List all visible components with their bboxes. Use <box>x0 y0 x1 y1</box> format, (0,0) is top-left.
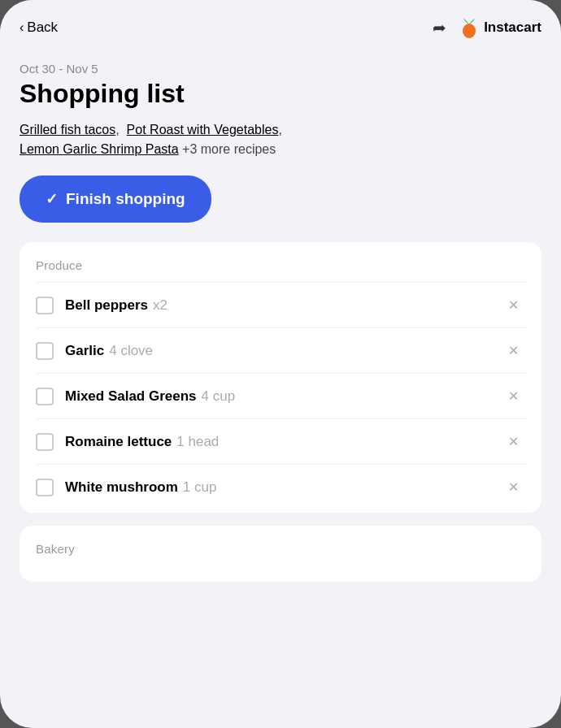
checkbox-romaine[interactable] <box>36 433 54 451</box>
list-item: Garlic 4 clove ✕ <box>36 327 525 373</box>
list-item: Bell peppers x2 ✕ <box>36 282 525 327</box>
item-qty-garlic: 4 clove <box>109 343 153 359</box>
finish-shopping-button[interactable]: ✓ Finish shopping <box>20 176 211 223</box>
checkbox-mixed-salad[interactable] <box>36 388 54 405</box>
recipe-list: Grilled fish tacos, Pot Roast with Veget… <box>20 120 541 159</box>
list-item: Mixed Salad Greens 4 cup ✕ <box>36 373 525 418</box>
item-name-romaine: Romaine lettuce <box>65 434 172 450</box>
checkmark-icon: ✓ <box>46 190 58 208</box>
bakery-section-title: Bakery <box>36 542 525 556</box>
produce-section: Produce Bell peppers x2 ✕ Garlic 4 clove… <box>20 242 541 513</box>
remove-garlic-button[interactable]: ✕ <box>502 340 525 362</box>
page-title: Shopping list <box>20 79 541 109</box>
item-qty-mixed-salad: 4 cup <box>202 388 236 405</box>
instacart-label: Instacart <box>484 20 541 36</box>
item-qty-mushroom: 1 cup <box>183 479 217 496</box>
item-qty-bell-peppers: x2 <box>153 297 167 314</box>
checkbox-garlic[interactable] <box>36 342 54 360</box>
remove-bell-peppers-button[interactable]: ✕ <box>502 294 525 316</box>
item-name-garlic: Garlic <box>65 343 104 359</box>
item-qty-romaine: 1 head <box>176 434 219 450</box>
back-button[interactable]: ‹ Back <box>20 20 58 36</box>
recipe-link-3[interactable]: Lemon Garlic Shrimp Pasta <box>20 142 179 156</box>
remove-mixed-salad-button[interactable]: ✕ <box>502 385 525 407</box>
nav-right: ➦ Instacart <box>433 16 541 39</box>
recipe-link-1[interactable]: Grilled fish tacos <box>20 123 115 136</box>
checkbox-mushroom[interactable] <box>36 479 54 496</box>
more-recipes: +3 more recipes <box>182 142 276 156</box>
checkbox-bell-peppers[interactable] <box>36 297 54 314</box>
remove-romaine-button[interactable]: ✕ <box>502 431 525 453</box>
back-label: Back <box>27 20 58 36</box>
produce-section-title: Produce <box>36 258 525 272</box>
remove-mushroom-button[interactable]: ✕ <box>502 476 525 498</box>
list-item: Romaine lettuce 1 head ✕ <box>36 418 525 464</box>
date-range: Oct 30 - Nov 5 <box>20 62 541 76</box>
finish-shopping-label: Finish shopping <box>66 190 185 208</box>
svg-point-0 <box>463 24 476 38</box>
instacart-carrot-icon <box>459 16 479 39</box>
item-name-mixed-salad: Mixed Salad Greens <box>65 388 197 405</box>
share-icon[interactable]: ➦ <box>433 18 446 37</box>
item-name-mushroom: White mushroom <box>65 479 178 496</box>
phone-frame: ‹ Back ➦ Instacart Oct 30 - Nov 5 Shoppi… <box>0 0 561 728</box>
nav-bar: ‹ Back ➦ Instacart <box>0 0 561 49</box>
recipe-link-2[interactable]: Pot Roast with Vegetables <box>127 123 279 136</box>
instacart-logo[interactable]: Instacart <box>459 16 541 39</box>
bakery-section: Bakery <box>20 526 541 582</box>
list-item: White mushroom 1 cup ✕ <box>36 464 525 509</box>
item-name-bell-peppers: Bell peppers <box>65 297 148 314</box>
back-chevron-icon: ‹ <box>20 20 24 35</box>
main-content: Oct 30 - Nov 5 Shopping list Grilled fis… <box>0 49 561 608</box>
